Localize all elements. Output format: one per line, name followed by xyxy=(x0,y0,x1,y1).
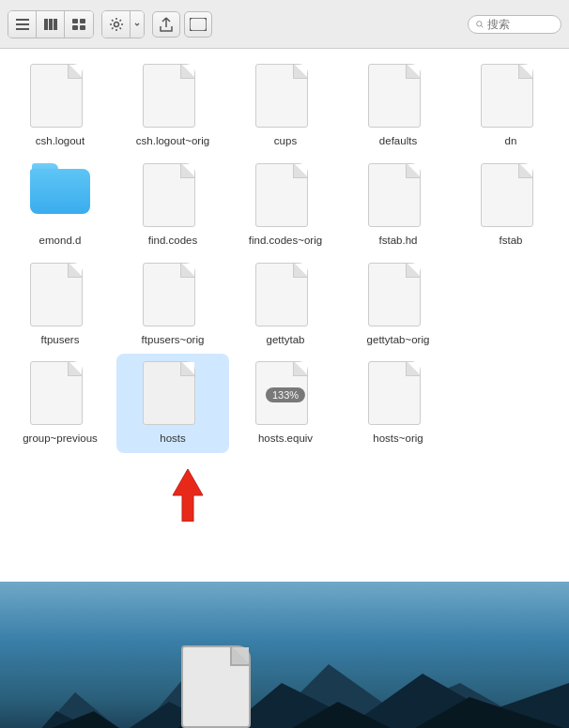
file-item-gettytab[interactable]: gettytab xyxy=(229,255,342,355)
doc-icon xyxy=(255,163,315,231)
doc-icon xyxy=(255,263,315,330)
doc-icon xyxy=(30,263,90,330)
doc-icon: 133% xyxy=(255,361,315,429)
doc-icon xyxy=(30,361,90,429)
share-btn[interactable] xyxy=(152,11,180,38)
view-gallery-btn[interactable] xyxy=(65,11,93,38)
file-item-ftpusers-orig[interactable]: ftpusers~orig xyxy=(116,255,229,355)
doc-icon xyxy=(143,163,203,231)
search-box[interactable] xyxy=(468,15,561,34)
svg-rect-2 xyxy=(16,28,29,30)
doc-icon xyxy=(143,64,203,131)
svg-rect-4 xyxy=(49,19,53,30)
tag-btn[interactable] xyxy=(184,11,212,38)
desktop-doc-icon xyxy=(181,645,251,728)
search-icon xyxy=(476,19,484,30)
file-item-hosts[interactable]: hosts xyxy=(116,354,229,453)
svg-rect-6 xyxy=(72,19,78,23)
file-item-hosts-orig[interactable]: hosts~orig xyxy=(342,354,454,453)
folder-icon xyxy=(30,163,90,231)
red-arrow xyxy=(169,469,207,525)
file-item-ftpusers[interactable]: ftpusers xyxy=(4,255,116,355)
gear-chevron-btn[interactable] xyxy=(131,11,144,38)
file-grid-container: csh.logout csh.logout~orig cups defaults… xyxy=(0,49,569,582)
svg-rect-9 xyxy=(80,25,85,30)
file-item-hosts-equiv[interactable]: 133% hosts.equiv xyxy=(229,354,342,453)
file-item-defaults[interactable]: defaults xyxy=(342,56,454,156)
view-column-btn[interactable] xyxy=(37,11,65,38)
file-item-gettytab-orig[interactable]: gettytab~orig xyxy=(342,255,454,355)
file-item-fstab[interactable]: fstab xyxy=(454,156,567,255)
search-input[interactable] xyxy=(487,18,553,31)
file-item-empty-2 xyxy=(454,354,567,453)
doc-icon xyxy=(143,263,203,330)
file-item-emond-d[interactable]: emond.d xyxy=(4,156,116,255)
file-item-cups[interactable]: cups xyxy=(229,56,342,156)
doc-icon xyxy=(143,361,203,429)
file-item-dn[interactable]: dn xyxy=(454,56,567,156)
doc-icon xyxy=(368,64,428,131)
file-item-empty-1 xyxy=(454,255,567,355)
svg-marker-14 xyxy=(173,469,203,522)
svg-rect-1 xyxy=(16,23,29,25)
file-item-fstab-hd[interactable]: fstab.hd xyxy=(342,156,454,255)
action-buttons[interactable] xyxy=(101,10,145,38)
view-icon-btn[interactable] xyxy=(8,11,37,38)
desktop: hosts xyxy=(0,582,569,728)
doc-icon xyxy=(368,263,428,330)
svg-rect-3 xyxy=(44,19,48,30)
gear-btn[interactable] xyxy=(102,11,131,38)
svg-rect-11 xyxy=(190,18,207,31)
doc-icon xyxy=(30,64,90,131)
doc-icon xyxy=(481,64,541,131)
svg-line-13 xyxy=(481,25,483,27)
file-item-find-codes-orig[interactable]: find.codes~orig xyxy=(229,156,342,255)
svg-rect-7 xyxy=(80,19,85,23)
doc-icon xyxy=(368,361,428,429)
desktop-file-item[interactable]: hosts xyxy=(181,645,251,728)
file-grid: csh.logout csh.logout~orig cups defaults… xyxy=(0,49,569,461)
view-buttons[interactable] xyxy=(8,10,94,38)
file-item-find-codes[interactable]: find.codes xyxy=(116,156,229,255)
mountain-silhouette xyxy=(0,655,569,728)
doc-icon xyxy=(481,163,541,231)
svg-point-10 xyxy=(114,22,118,26)
file-item-csh-logout-orig[interactable]: csh.logout~orig xyxy=(116,56,229,156)
svg-rect-5 xyxy=(54,19,57,30)
svg-rect-0 xyxy=(16,19,29,21)
zoom-badge: 133% xyxy=(266,387,305,402)
file-item-csh-logout[interactable]: csh.logout xyxy=(4,56,116,156)
svg-point-12 xyxy=(477,21,482,25)
doc-icon xyxy=(368,163,428,231)
doc-icon xyxy=(255,64,315,131)
svg-rect-8 xyxy=(72,25,78,30)
file-item-group-previous[interactable]: group~previous xyxy=(4,354,116,453)
toolbar xyxy=(0,0,569,49)
